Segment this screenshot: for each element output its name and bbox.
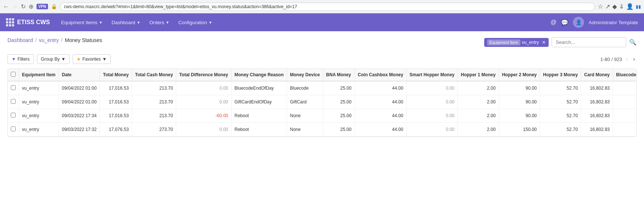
nav-configuration[interactable]: Configuration ▼	[175, 17, 216, 28]
filter-tag-close[interactable]: ✕	[542, 40, 546, 45]
cell-bluecode-money: 0.00	[613, 109, 637, 123]
col-header-smart-hopper-money: Smart Hopper Money	[406, 69, 458, 81]
prev-page-button[interactable]: ‹	[624, 55, 629, 63]
breadcrumb-current: Money Statuses	[65, 37, 102, 43]
nav-dashboard-label: Dashboard	[111, 20, 135, 25]
col-header-bluecode-money: Bluecode Money	[613, 69, 637, 81]
group-by-label: Group By	[41, 57, 60, 62]
cell-date: 09/03/2022 17:34	[59, 109, 100, 123]
cell-bluecode-money: 0.00	[613, 123, 637, 137]
app-header: ETISS CWS Equipment Items ▼ Dashboard ▼ …	[0, 13, 644, 31]
cell-total-cash-money: 273.70	[132, 123, 176, 137]
cell-money-device: GiftCard	[287, 95, 323, 109]
next-page-button[interactable]: ›	[632, 55, 637, 63]
settings-icon[interactable]: @	[551, 19, 556, 26]
cell-bna-money: 25.00	[323, 109, 355, 123]
col-header-change-reason: Money Change Reason	[231, 69, 287, 81]
browser-icons: ☆ ↗ ◆ ⇓ 👤 ▮▮	[598, 3, 641, 10]
group-by-button[interactable]: Group By ▼	[37, 54, 70, 64]
header-right: @ 💬 👤 Administrator Template	[551, 17, 638, 28]
breadcrumb: Dashboard / vu_entry / Money Statuses	[7, 37, 102, 43]
row-checkbox[interactable]	[11, 113, 16, 118]
favorites-label: Favorites	[82, 57, 101, 62]
row-checkbox[interactable]	[11, 126, 16, 131]
select-all-checkbox[interactable]	[11, 72, 16, 77]
app-logo: ETISS CWS	[6, 18, 50, 26]
col-header-bna-money: BNA Money	[323, 69, 355, 81]
nav-orders[interactable]: Orders ▼	[146, 17, 173, 28]
col-header-eq-item: Equipment Item	[19, 69, 59, 81]
cell-smart-hopper-money: 0.00	[406, 109, 458, 123]
row-checkbox-cell[interactable]	[8, 123, 19, 137]
search-input[interactable]	[552, 37, 626, 47]
cell-total-cash-money: 213.70	[132, 109, 176, 123]
download-icon[interactable]: ⇓	[619, 3, 624, 10]
col-header-total-cash-money: Total Cash Money	[132, 69, 176, 81]
grid-btn[interactable]: ⊕	[29, 3, 34, 10]
cell-total-money: 17,076.53	[100, 123, 132, 137]
row-checkbox-cell[interactable]	[8, 81, 19, 95]
loading-bar: ▮▮	[636, 4, 641, 9]
search-button[interactable]: 🔍	[629, 39, 637, 46]
cell-hopper3-money: 52.70	[540, 123, 581, 137]
data-table-wrapper: Equipment Item Date Total Money Total Ca…	[7, 68, 637, 137]
breadcrumb-vu-entry[interactable]: vu_entry	[39, 37, 59, 43]
row-checkbox[interactable]	[11, 85, 16, 90]
row-checkbox-cell[interactable]	[8, 109, 19, 123]
cell-hopper2-money: 90.00	[499, 95, 540, 109]
chat-icon[interactable]: 💬	[561, 19, 568, 26]
vpn-badge: VPN	[37, 4, 48, 9]
col-header-coin-cashbox-money: Coin Cashbox Money	[355, 69, 406, 81]
user-icon[interactable]: 👤	[626, 3, 634, 10]
nav-orders-label: Orders	[149, 20, 164, 25]
cell-hopper1-money: 2.00	[458, 123, 499, 137]
ext-icon[interactable]: ◆	[612, 3, 617, 10]
cell-money-device: Bluecode	[287, 81, 323, 95]
search-area: Equipment Item vu_entry ✕ 🔍	[484, 37, 637, 47]
filter-icon: ▼	[12, 57, 16, 62]
col-header-money-device: Money Device	[287, 69, 323, 81]
avatar[interactable]: 👤	[573, 17, 584, 28]
reload-btn[interactable]: ↻	[21, 3, 26, 10]
cell-hopper3-money: 52.70	[540, 81, 581, 95]
nav-equipment-items[interactable]: Equipment Items ▼	[57, 17, 106, 28]
cell-total-cash-money: 213.70	[132, 95, 176, 109]
row-checkbox[interactable]	[11, 99, 16, 104]
col-header-hopper1-money: Hopper 1 Money	[458, 69, 499, 81]
cell-money-device: None	[287, 123, 323, 137]
toolbar: ▼ Filters Group By ▼ ★ Favorites ▼ 1-80 …	[7, 54, 637, 64]
chevron-down-icon: ▼	[166, 20, 169, 25]
forward-btn[interactable]: →	[12, 3, 18, 10]
nav-equipment-items-label: Equipment Items	[61, 20, 98, 25]
cell-hopper3-money: 52.70	[540, 109, 581, 123]
cell-change-reason: Reboot	[231, 109, 287, 123]
share-icon[interactable]: ↗	[605, 3, 610, 10]
cell-card-money: 16,802.83	[581, 109, 613, 123]
cell-bluecode-money: 0.00	[613, 95, 637, 109]
filters-button[interactable]: ▼ Filters	[7, 54, 34, 64]
cell-total-diff-money: -60.00	[176, 109, 231, 123]
filter-tag-label: Equipment Item	[487, 39, 520, 45]
app-title: ETISS CWS	[17, 19, 50, 26]
cell-total-diff-money: 0.00	[176, 95, 231, 109]
url-bar[interactable]	[60, 3, 595, 11]
cell-total-money: 17,016.53	[100, 81, 132, 95]
nav-dashboard[interactable]: Dashboard ▼	[108, 17, 144, 28]
row-checkbox-cell[interactable]	[8, 95, 19, 109]
star-icon[interactable]: ☆	[598, 3, 603, 10]
cell-eq-item: vu_entry	[19, 95, 59, 109]
select-all-checkbox-header[interactable]	[8, 69, 19, 81]
page-content: Dashboard / vu_entry / Money Statuses Eq…	[0, 31, 644, 143]
cell-eq-item: vu_entry	[19, 81, 59, 95]
cell-hopper2-money: 150.00	[499, 123, 540, 137]
cell-smart-hopper-money: 0.00	[406, 123, 458, 137]
cell-total-diff-money: 0.00	[176, 123, 231, 137]
cell-coin-cashbox-money: 44.00	[355, 123, 406, 137]
favorites-button[interactable]: ★ Favorites ▼	[73, 54, 111, 64]
cell-date: 09/04/2022 01:00	[59, 81, 100, 95]
cell-coin-cashbox-money: 44.00	[355, 109, 406, 123]
user-name: Administrator Template	[589, 20, 638, 25]
breadcrumb-dashboard[interactable]: Dashboard	[7, 37, 33, 43]
browser-bar: ← → ↻ ⊕ VPN 🔒 ☆ ↗ ◆ ⇓ 👤 ▮▮	[0, 0, 644, 13]
back-btn[interactable]: ←	[3, 3, 9, 10]
